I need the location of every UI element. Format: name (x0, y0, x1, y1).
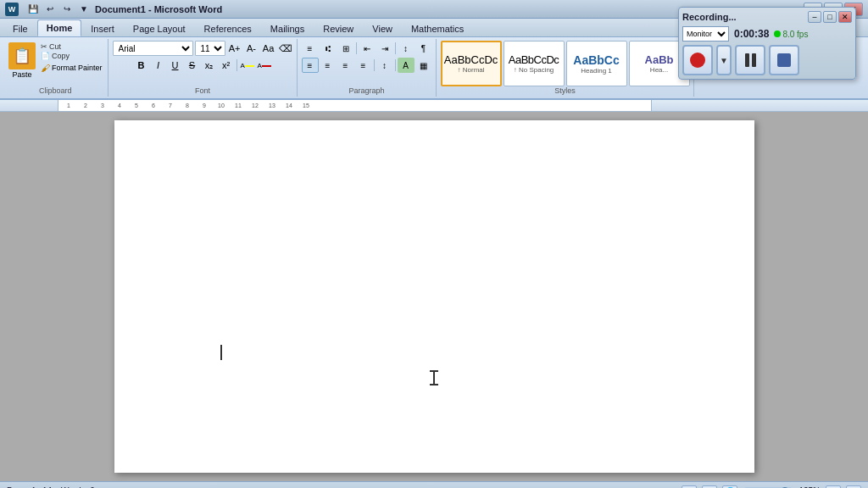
subscript-button[interactable]: x₂ (202, 58, 217, 73)
strikethrough-button[interactable]: S (185, 58, 200, 73)
tab-home[interactable]: Home (37, 19, 82, 36)
record-icon (690, 53, 705, 68)
ruler: 1 2 3 4 5 6 7 8 9 10 11 12 13 14 15 (0, 100, 868, 112)
tab-view[interactable]: View (363, 19, 402, 36)
italic-button[interactable]: I (151, 58, 166, 73)
quick-access-undo[interactable]: ↩ (42, 3, 58, 16)
decrease-indent-button[interactable]: ⇤ (359, 41, 376, 56)
zoom-out-button[interactable]: − (826, 485, 841, 489)
tab-page-layout[interactable]: Page Layout (124, 19, 195, 36)
recording-fps: 8.0 fps (774, 30, 808, 39)
text-highlight-button[interactable]: A (240, 58, 255, 73)
app-icon: W (5, 3, 19, 16)
cut-button[interactable]: ✂ Cut (39, 42, 104, 51)
font-family-select[interactable]: Arial (113, 41, 193, 56)
stop-button[interactable] (769, 45, 799, 75)
record-button[interactable] (682, 45, 713, 75)
format-painter-button[interactable]: 🖌 Format Painter (39, 62, 104, 74)
styles-gallery: AaBbCcDc ↑ Normal AaBbCcDc ↑ No Spacing … (441, 41, 690, 86)
view-web-button[interactable]: 🌐 (722, 485, 737, 489)
recording-buttons: ▼ (682, 45, 852, 75)
align-left-button[interactable]: ≡ (302, 58, 319, 73)
show-formatting-button[interactable]: ¶ (415, 41, 432, 56)
superscript-button[interactable]: x² (219, 58, 234, 73)
recording-source-select[interactable]: Monitor (682, 26, 729, 42)
quick-access-more[interactable]: ▼ (76, 3, 92, 16)
font-group: Arial 11 A+ A- Aa ⌫ B I U S x₂ x² (109, 39, 298, 97)
paragraph-group: ≡ ⑆ ⊞ ⇤ ⇥ ↕ ¶ ≡ ≡ ≡ ≡ ↕ (298, 39, 437, 97)
status-bar: Page: 1 of 1 Words: 0 ✓ ▤ ▣ 🌐 125% − + (0, 481, 868, 488)
view-normal-button[interactable]: ▤ (682, 485, 697, 489)
clear-formatting-button[interactable]: ⌫ (278, 41, 293, 56)
record-dropdown-button[interactable]: ▼ (716, 45, 732, 75)
change-case-button[interactable]: Aa (261, 41, 276, 56)
style-no-spacing[interactable]: AaBbCcDc ↑ No Spacing (504, 41, 565, 86)
quick-access-redo[interactable]: ↪ (59, 3, 75, 16)
document-page[interactable] (114, 120, 754, 473)
styles-group: AaBbCcDc ↑ Normal AaBbCcDc ↑ No Spacing … (437, 39, 694, 97)
tab-references[interactable]: References (195, 19, 261, 36)
numbering-button[interactable]: ⑆ (320, 41, 337, 56)
style-normal[interactable]: AaBbCcDc ↑ Normal (441, 41, 502, 86)
copy-button[interactable]: 📄 Copy (39, 52, 104, 60)
font-size-select[interactable]: 11 (195, 41, 225, 56)
align-center-button[interactable]: ≡ (320, 58, 337, 73)
tab-mailings[interactable]: Mailings (261, 19, 314, 36)
line-spacing-button[interactable]: ↕ (376, 58, 393, 73)
tab-mathematics[interactable]: Mathematics (402, 19, 473, 36)
view-print-button[interactable]: ▣ (702, 485, 717, 489)
zoom-in-button[interactable]: + (846, 485, 861, 489)
align-right-button[interactable]: ≡ (337, 58, 354, 73)
font-color-button[interactable]: A (257, 58, 272, 73)
spell-check-icon[interactable]: ✓ (103, 485, 114, 489)
tab-insert[interactable]: Insert (81, 19, 124, 36)
fps-indicator (774, 30, 781, 37)
underline-button[interactable]: U (168, 58, 183, 73)
record-arrow-icon: ▼ (720, 56, 728, 65)
document-area[interactable] (0, 112, 868, 481)
recording-title: Recording... (682, 12, 737, 22)
bullets-button[interactable]: ≡ (302, 41, 319, 56)
tab-file[interactable]: File (3, 19, 37, 36)
stop-icon (777, 53, 791, 67)
shrink-font-button[interactable]: A- (244, 41, 259, 56)
window-title: Document1 - Microsoft Word (95, 4, 222, 14)
pause-button[interactable] (735, 45, 765, 75)
recording-restore-button[interactable]: □ (823, 11, 837, 23)
style-heading1[interactable]: AaBbCc Heading 1 (566, 41, 627, 86)
paste-icon: 📋 (8, 42, 36, 69)
grow-font-button[interactable]: A+ (227, 41, 242, 56)
justify-button[interactable]: ≡ (355, 58, 372, 73)
borders-button[interactable]: ▦ (415, 58, 432, 73)
tab-review[interactable]: Review (314, 19, 363, 36)
pause-icon (745, 53, 756, 67)
recording-widget: Recording... – □ ✕ Monitor 0:00:38 8.0 f… (678, 7, 856, 80)
copy-icon: 📄 (41, 52, 50, 60)
recording-minimize-button[interactable]: – (808, 11, 821, 23)
recording-time: 0:00:38 (734, 28, 769, 40)
recording-close-button[interactable]: ✕ (838, 11, 852, 23)
increase-indent-button[interactable]: ⇥ (376, 41, 393, 56)
text-cursor (220, 345, 222, 360)
clipboard-group: 📋 Paste ✂ Cut 📄 Copy 🖌 (3, 39, 108, 97)
paste-button[interactable]: 📋 Paste (7, 41, 37, 80)
sort-button[interactable]: ↕ (398, 41, 415, 56)
multilevel-list-button[interactable]: ⊞ (337, 41, 354, 56)
cut-icon: ✂ (41, 42, 47, 51)
quick-access-save[interactable]: 💾 (25, 3, 41, 16)
shading-button[interactable]: A (398, 58, 415, 73)
format-painter-icon: 🖌 (41, 63, 50, 73)
bold-button[interactable]: B (134, 58, 149, 73)
